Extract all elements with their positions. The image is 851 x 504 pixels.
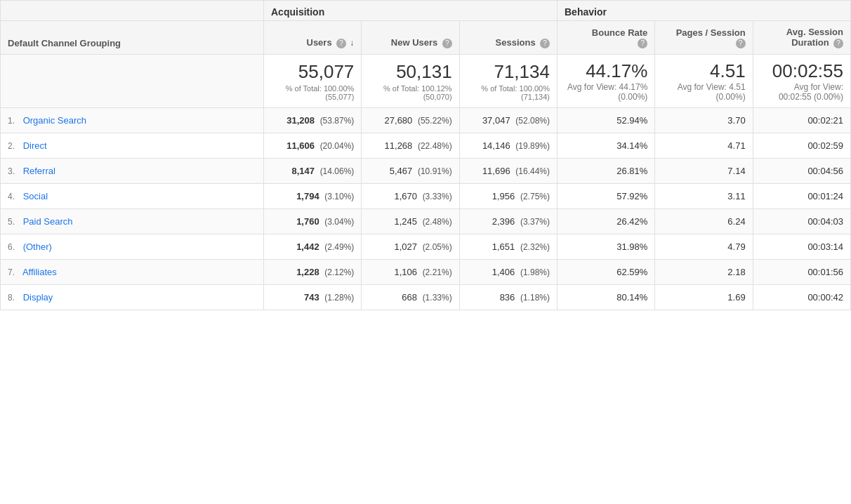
users-sort-icon[interactable]: ↓ — [350, 38, 354, 48]
table-row: 2. Direct 11,606 (20.04%) 11,268 (22.48%… — [1, 133, 851, 158]
bounce-cell: 57.92% — [557, 183, 654, 208]
bounce-value: 62.59% — [616, 267, 647, 277]
channel-link[interactable]: Display — [23, 292, 53, 303]
totals-channel-cell — [1, 54, 264, 107]
totals-row: 55,077 % of Total: 100.00% (55,077) 50,1… — [1, 54, 851, 107]
subheader-row: Default Channel Grouping Users ? ↓ New U… — [1, 21, 851, 55]
avg-session-cell: 00:04:56 — [753, 158, 850, 183]
channel-link[interactable]: Organic Search — [23, 115, 86, 126]
users-pct: (2.12%) — [324, 267, 354, 277]
users-cell: 1,794 (3.10%) — [264, 183, 362, 208]
table-row: 7. Affiliates 1,228 (2.12%) 1,106 (2.21%… — [1, 259, 851, 284]
sessions-pct: (52.08%) — [515, 116, 550, 126]
channel-cell: 7. Affiliates — [1, 259, 264, 284]
new-users-cell: 1,670 (3.33%) — [362, 183, 459, 208]
channel-link[interactable]: Affiliates — [22, 267, 57, 277]
users-cell: 1,228 (2.12%) — [264, 259, 362, 284]
channel-link[interactable]: Social — [23, 191, 48, 201]
avg-session-cell: 00:02:59 — [753, 133, 850, 158]
sessions-pct: (19.89%) — [515, 141, 550, 151]
channel-link[interactable]: Paid Search — [23, 216, 73, 227]
users-pct: (1.28%) — [324, 293, 354, 303]
avg-session-value: 00:04:56 — [807, 166, 843, 176]
channel-cell: 4. Social — [1, 183, 264, 208]
new-users-value: 1,245 — [394, 216, 417, 227]
new-users-pct: (2.21%) — [423, 267, 452, 277]
avg-session-cell: 00:04:03 — [753, 208, 850, 234]
new-users-value: 1,106 — [394, 267, 417, 277]
bounce-value: 34.14% — [616, 140, 647, 151]
sessions-pct: (1.98%) — [520, 267, 550, 277]
new-users-help-icon[interactable]: ? — [442, 39, 452, 48]
sessions-cell: 11,696 (16.44%) — [459, 158, 557, 183]
pages-cell: 3.70 — [655, 107, 753, 133]
users-cell: 8,147 (14.06%) — [264, 158, 362, 183]
sessions-cell: 2,396 (3.37%) — [459, 208, 557, 234]
users-value: 1,760 — [296, 216, 319, 227]
sessions-pct: (2.75%) — [520, 192, 550, 201]
pages-help-icon[interactable]: ? — [736, 39, 746, 48]
avg-session-cell: 00:03:14 — [753, 234, 850, 259]
group-header-row: Acquisition Behavior — [1, 1, 851, 21]
pages-cell: 6.24 — [655, 208, 753, 234]
row-number: 2. — [8, 141, 15, 151]
sessions-cell: 1,956 (2.75%) — [459, 183, 557, 208]
sessions-help-icon[interactable]: ? — [540, 39, 550, 48]
sessions-value: 1,406 — [492, 267, 515, 277]
avg-session-cell: 00:01:56 — [753, 259, 850, 284]
sessions-cell: 37,047 (52.08%) — [459, 107, 557, 133]
new-users-pct: (55.22%) — [418, 116, 452, 126]
users-value: 1,794 — [296, 191, 319, 201]
row-number: 4. — [8, 192, 15, 201]
new-users-cell: 11,268 (22.48%) — [362, 133, 459, 158]
channel-link[interactable]: Referral — [23, 166, 55, 176]
users-value: 1,228 — [296, 267, 319, 277]
avg-session-value: 00:01:24 — [807, 191, 843, 201]
sessions-value: 1,956 — [492, 191, 515, 201]
channel-link[interactable]: Direct — [23, 140, 47, 151]
avg-session-help-icon[interactable]: ? — [833, 39, 843, 48]
bounce-rate-column-header: Bounce Rate ? — [557, 21, 654, 55]
users-value: 8,147 — [291, 166, 315, 176]
channel-cell: 2. Direct — [1, 133, 264, 158]
sessions-cell: 14,146 (19.89%) — [459, 133, 557, 158]
avg-session-value: 00:04:03 — [807, 216, 843, 227]
channel-cell: 1. Organic Search — [1, 107, 264, 133]
pages-value: 4.79 — [727, 241, 745, 252]
users-pct: (14.06%) — [320, 166, 355, 176]
users-cell: 11,606 (20.04%) — [264, 133, 362, 158]
users-column-header: Users ? ↓ — [264, 21, 362, 55]
pages-value: 3.11 — [727, 191, 745, 201]
sessions-value: 836 — [500, 292, 515, 303]
users-value: 1,442 — [296, 241, 319, 252]
new-users-cell: 27,680 (55.22%) — [362, 107, 459, 133]
new-users-cell: 1,106 (2.21%) — [362, 259, 459, 284]
avg-session-value: 00:02:21 — [807, 115, 843, 126]
avg-session-cell: 00:02:21 — [753, 107, 850, 133]
users-pct: (20.04%) — [320, 141, 355, 151]
channel-link[interactable]: (Other) — [23, 241, 52, 252]
row-number: 5. — [8, 217, 15, 227]
bounce-cell: 26.81% — [557, 158, 654, 183]
bounce-value: 57.92% — [616, 191, 647, 201]
new-users-column-header: New Users ? — [362, 21, 459, 55]
users-pct: (3.10%) — [324, 192, 354, 201]
channel-cell: 5. Paid Search — [1, 208, 264, 234]
pages-cell: 7.14 — [655, 158, 753, 183]
users-value: 31,208 — [286, 115, 315, 126]
avg-session-value: 00:00:42 — [807, 292, 843, 303]
sessions-pct: (1.18%) — [520, 293, 550, 303]
new-users-value: 1,027 — [394, 241, 417, 252]
pages-value: 3.70 — [727, 115, 745, 126]
pages-value: 6.24 — [727, 216, 745, 227]
new-users-cell: 1,245 (2.48%) — [362, 208, 459, 234]
bounce-help-icon[interactable]: ? — [638, 39, 647, 48]
table-row: 5. Paid Search 1,760 (3.04%) 1,245 (2.48… — [1, 208, 851, 234]
users-pct: (3.04%) — [324, 217, 354, 227]
bounce-cell: 62.59% — [557, 259, 654, 284]
pages-value: 4.71 — [727, 140, 745, 151]
bounce-cell: 80.14% — [557, 284, 654, 310]
users-help-icon[interactable]: ? — [336, 39, 346, 48]
table-row: 3. Referral 8,147 (14.06%) 5,467 (10.91%… — [1, 158, 851, 183]
bounce-cell: 34.14% — [557, 133, 654, 158]
